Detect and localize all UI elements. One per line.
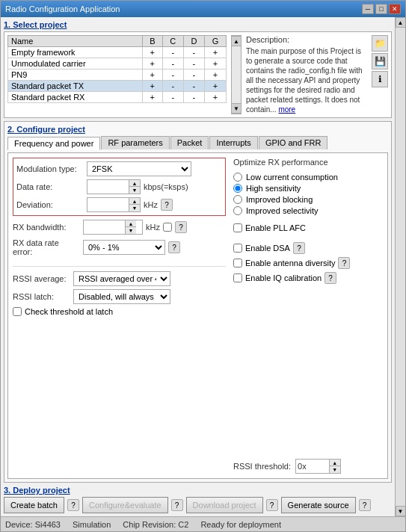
data-rate-input[interactable]: 1.200 ▲ ▼	[87, 179, 141, 194]
rssi-latch-label: RSSI latch:	[13, 292, 69, 301]
deviation-spin-buttons: ▲ ▼	[129, 198, 140, 211]
enable-iq-calibration-label: Enable IQ calibration	[245, 273, 322, 282]
select-project-section: 1. Select project Name B C D G	[4, 20, 392, 118]
status-ready: Ready for deployment	[200, 520, 281, 529]
row-name: Standard packet TX	[8, 81, 143, 92]
tab-frequency-power[interactable]: Frequency and power	[7, 137, 100, 150]
data-rate-down[interactable]: ▼	[129, 187, 140, 194]
rx-bandwidth-down[interactable]: ▼	[126, 227, 136, 234]
table-row[interactable]: Unmodulated carrier + - - +	[8, 58, 227, 69]
deploy-row: Create batch ? Configure&evaluate ? Down…	[4, 497, 392, 513]
optimize-high-sensitivity: High sensitivity	[233, 184, 383, 193]
rx-bandwidth-label: RX bandwidth:	[13, 223, 80, 232]
rx-bandwidth-value[interactable]: Auto-Calc	[84, 220, 125, 234]
deviation-down[interactable]: ▼	[129, 205, 140, 211]
optimize-improved-selectivity: Improved selectivity	[233, 206, 383, 215]
scroll-down-btn[interactable]: ▼	[231, 103, 242, 114]
rssi-latch-select[interactable]: Disabled, will always re Latch on sync d…	[73, 289, 170, 304]
folder-icon[interactable]: 📁	[372, 35, 388, 52]
scroll-up-btn[interactable]: ▲	[231, 36, 242, 46]
rssi-average-row: RSSI average: RSSI averaged over 4 RSSI …	[13, 271, 226, 286]
optimize-radio-high-sensitivity[interactable]	[233, 184, 242, 193]
pll-afc-checkbox[interactable]	[233, 223, 242, 232]
table-row[interactable]: PN9 + - - +	[8, 69, 227, 81]
deviation-up[interactable]: ▲	[129, 198, 140, 205]
deviation-value[interactable]: 5.000	[87, 198, 129, 211]
rssi-average-select[interactable]: RSSI averaged over 4 RSSI averaged over …	[73, 271, 170, 286]
col-g: G	[204, 36, 226, 47]
rssi-threshold-value[interactable]: FF	[308, 460, 329, 473]
configure-evaluate-button[interactable]: Configure&evaluate	[82, 497, 168, 513]
enable-antenna-diversity-checkbox[interactable]	[233, 259, 242, 267]
optimize-radio-low-current[interactable]	[233, 173, 242, 182]
data-rate-label: Data rate:	[16, 182, 84, 191]
table-scrollbar[interactable]: ▲ ▼	[231, 35, 242, 114]
rx-data-rate-error-row: RX data rate error: 0% - 1% 1% - 2% ?	[13, 238, 226, 256]
rx-bandwidth-row: RX bandwidth: Auto-Calc ▲ ▼ kHz	[13, 220, 226, 235]
main-scroll-down[interactable]: ▼	[396, 506, 406, 516]
generate-source-button[interactable]: Generate source	[281, 497, 356, 513]
data-rate-up[interactable]: ▲	[129, 180, 140, 187]
main-scrollbar[interactable]: ▲ ▼	[395, 17, 405, 516]
deploy-project-section: 3. Deploy project Create batch ? Configu…	[4, 486, 392, 513]
rx-bandwidth-up[interactable]: ▲	[126, 220, 136, 227]
tab-rf-parameters[interactable]: RF parameters	[101, 136, 169, 149]
minimize-button[interactable]: ─	[362, 4, 374, 14]
more-link[interactable]: more	[278, 105, 295, 114]
modulation-type-select[interactable]: 2FSK GFSK OOK	[87, 161, 191, 176]
rssi-threshold-row: RSSI threshold: 0x FF ▲ ▼	[233, 444, 383, 474]
rssi-threshold-down[interactable]: ▼	[330, 466, 340, 473]
tab-gpio-frr[interactable]: GPIO and FRR	[259, 136, 328, 149]
create-batch-help-button[interactable]: ?	[67, 499, 79, 511]
tab-packet[interactable]: Packet	[170, 136, 209, 149]
table-row[interactable]: Empty framework + - - +	[8, 47, 227, 58]
create-batch-button[interactable]: Create batch	[4, 497, 64, 513]
check-threshold-checkbox[interactable]	[13, 307, 22, 316]
rx-bandwidth-spin-buttons: ▲ ▼	[125, 220, 136, 234]
rx-bandwidth-input[interactable]: Auto-Calc ▲ ▼	[83, 220, 143, 235]
info-icon[interactable]: ℹ	[372, 71, 388, 87]
rx-data-rate-error-select[interactable]: 0% - 1% 1% - 2%	[83, 240, 165, 255]
enable-dsa-help-button[interactable]: ?	[293, 242, 305, 254]
data-rate-value[interactable]: 1.200	[87, 180, 129, 194]
optimize-label-improved-selectivity: Improved selectivity	[246, 206, 319, 215]
deviation-help-button[interactable]: ?	[161, 199, 173, 211]
configure-evaluate-help-button[interactable]: ?	[171, 499, 183, 511]
main-scroll-up[interactable]: ▲	[396, 17, 406, 28]
deviation-input[interactable]: 5.000 ▲ ▼	[87, 197, 141, 212]
enable-antenna-diversity-help-button[interactable]: ?	[338, 257, 350, 269]
project-table: Name B C D G Empty framework	[7, 35, 227, 103]
restore-button[interactable]: □	[375, 4, 387, 14]
close-button[interactable]: ✕	[389, 4, 401, 14]
optimize-radio-improved-blocking[interactable]	[233, 195, 242, 204]
rx-bandwidth-checkbox[interactable]	[163, 223, 172, 232]
modulation-type-label: Modulation type:	[16, 164, 84, 173]
download-project-help-button[interactable]: ?	[266, 499, 278, 511]
row-name: Empty framework	[8, 47, 143, 58]
main-content: 1. Select project Name B C D G	[1, 17, 395, 516]
download-project-button[interactable]: Download project	[186, 497, 263, 513]
table-row[interactable]: Standard packet RX + - - +	[8, 92, 227, 103]
status-simulation: Simulation	[73, 520, 111, 529]
tab-interrupts[interactable]: Interrupts	[209, 136, 257, 149]
optimize-radio-improved-selectivity[interactable]	[233, 206, 242, 215]
title-bar-buttons: ─ □ ✕	[362, 4, 401, 14]
generate-source-help-button[interactable]: ?	[359, 499, 371, 511]
window-title: Radio Configuration Application	[5, 4, 120, 13]
rssi-threshold-input[interactable]: 0x FF ▲ ▼	[295, 459, 341, 474]
optimize-label-high-sensitivity: High sensitivity	[246, 184, 301, 193]
data-rate-spin-buttons: ▲ ▼	[129, 180, 140, 194]
enable-iq-calibration-checkbox[interactable]	[233, 273, 242, 282]
deviation-row: Deviation: 5.000 ▲ ▼ kHz	[16, 197, 222, 212]
table-row[interactable]: Standard packet TX + - - +	[8, 81, 227, 92]
status-device: Device: Si4463	[5, 520, 61, 529]
save-icon[interactable]: 💾	[372, 53, 388, 69]
enable-dsa-checkbox[interactable]	[233, 244, 242, 253]
optimize-label-low-current: Low current consumption	[246, 173, 338, 182]
rssi-threshold-up[interactable]: ▲	[330, 460, 340, 466]
main-layout: 1. Select project Name B C D G	[1, 17, 405, 516]
status-chip-revision: Chip Revision: C2	[123, 520, 188, 529]
enable-iq-calibration-help-button[interactable]: ?	[325, 272, 336, 284]
rx-data-rate-error-help-button[interactable]: ?	[168, 241, 180, 253]
rx-bandwidth-help-button[interactable]: ?	[175, 221, 187, 233]
